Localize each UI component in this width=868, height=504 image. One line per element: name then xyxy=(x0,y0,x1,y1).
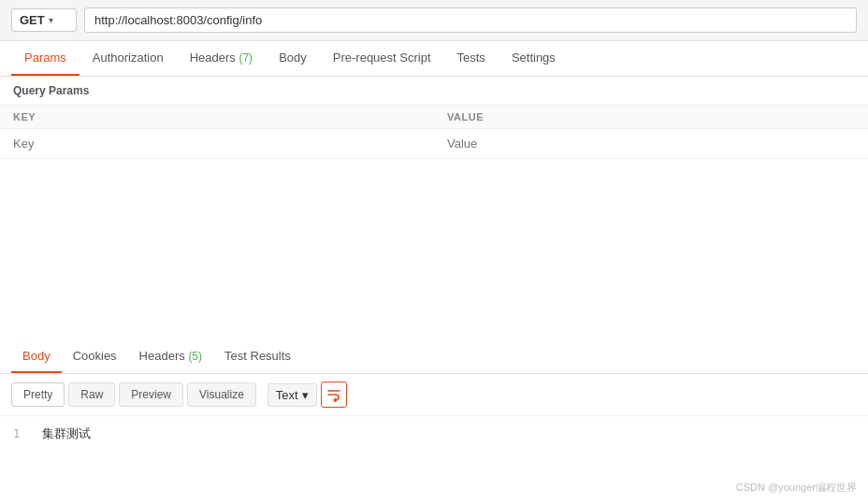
response-content: 集群测试 xyxy=(42,426,91,440)
tab-response-body[interactable]: Body xyxy=(11,340,62,373)
value-column-header: VALUE xyxy=(434,106,868,129)
text-select-label: Text xyxy=(276,388,298,402)
url-bar: GET ▾ xyxy=(0,0,868,41)
value-input[interactable] xyxy=(447,137,855,151)
tab-body[interactable]: Body xyxy=(266,41,320,76)
params-table: KEY VALUE xyxy=(0,106,868,159)
response-body: 1 集群测试 xyxy=(0,416,868,452)
tab-params[interactable]: Params xyxy=(11,41,80,76)
response-area: Body Cookies Headers (5) Test Results Pr… xyxy=(0,340,868,504)
pretty-button[interactable]: Pretty xyxy=(11,382,65,407)
text-select[interactable]: Text ▾ xyxy=(268,383,317,407)
method-select[interactable]: GET ▾ xyxy=(11,8,77,32)
url-input[interactable] xyxy=(84,7,857,33)
raw-button[interactable]: Raw xyxy=(68,382,115,407)
query-params-title: Query Params xyxy=(0,77,868,106)
watermark: CSDN @younger编程世界 xyxy=(736,481,857,495)
table-row xyxy=(0,129,868,159)
tab-authorization[interactable]: Authorization xyxy=(80,41,177,76)
tab-pre-request[interactable]: Pre-request Script xyxy=(320,41,444,76)
text-select-chevron-icon: ▾ xyxy=(302,388,309,402)
request-tabs: Params Authorization Headers (7) Body Pr… xyxy=(0,41,868,77)
headers-badge: (7) xyxy=(239,51,253,65)
tab-test-results[interactable]: Test Results xyxy=(213,340,302,373)
tab-headers[interactable]: Headers (7) xyxy=(177,41,266,76)
line-number: 1 xyxy=(13,427,20,440)
wrap-icon[interactable] xyxy=(321,382,347,408)
tab-settings[interactable]: Settings xyxy=(499,41,569,76)
key-column-header: KEY xyxy=(0,106,434,129)
method-label: GET xyxy=(20,13,45,27)
tab-tests[interactable]: Tests xyxy=(444,41,499,76)
visualize-button[interactable]: Visualize xyxy=(187,382,256,407)
preview-button[interactable]: Preview xyxy=(119,382,183,407)
key-input[interactable] xyxy=(13,137,421,151)
response-toolbar: Pretty Raw Preview Visualize Text ▾ xyxy=(0,374,868,416)
tab-cookies[interactable]: Cookies xyxy=(62,340,128,373)
method-chevron-icon: ▾ xyxy=(49,15,53,25)
response-tabs: Body Cookies Headers (5) Test Results xyxy=(0,340,868,374)
tab-response-headers[interactable]: Headers (5) xyxy=(128,340,213,373)
response-headers-badge: (5) xyxy=(188,350,202,363)
